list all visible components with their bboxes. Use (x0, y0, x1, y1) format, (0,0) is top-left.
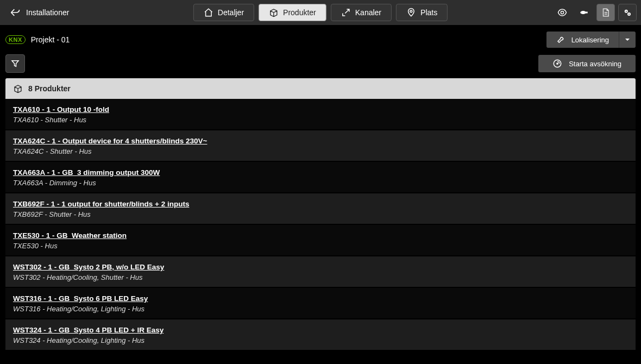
localization-label: Lokalisering (571, 36, 609, 44)
tab-place[interactable]: Plats (396, 4, 448, 21)
tab-label: Detaljer (218, 8, 244, 17)
document-icon (601, 8, 611, 17)
product-title[interactable]: TXA624C - 1 - Output device for 4 shutte… (13, 137, 207, 145)
product-subtitle: TXA624C - Shutter - Hus (13, 147, 628, 155)
tab-label: Plats (420, 8, 437, 17)
tab-products[interactable]: Produkter (259, 4, 326, 21)
product-row[interactable]: TXA610 - 1 - Output 10 -foldTXA610 - Shu… (5, 99, 636, 130)
eye-icon (557, 8, 567, 17)
localization-dropdown: Lokalisering (546, 32, 636, 48)
product-subtitle: TXA663A - Dimming - Hus (13, 179, 628, 187)
product-list: TXA610 - 1 - Output 10 -foldTXA610 - Shu… (5, 99, 636, 351)
localization-button[interactable]: Lokalisering (546, 32, 619, 48)
list-header: 8 Produkter (5, 78, 636, 99)
product-title[interactable]: TXA663A - 1 - GB_3 dimming output 300W (13, 168, 160, 177)
product-title[interactable]: WST316 - 1 - GB_Systo 6 PB LED Easy (13, 294, 148, 303)
svg-point-5 (626, 11, 627, 12)
product-title[interactable]: WST324 - 1 - GB_Systo 4 PB LED + IR Easy (13, 326, 164, 334)
connector-icon (579, 8, 589, 17)
topbar-actions (553, 4, 637, 21)
scan-icon (552, 59, 562, 68)
project-name: Projekt - 01 (31, 35, 70, 44)
product-row[interactable]: TXA624C - 1 - Output device for 4 shutte… (5, 130, 636, 162)
tab-details[interactable]: Detaljer (193, 4, 254, 21)
product-row[interactable]: WST302 - 1 - GB_Systo 2 PB, w/o LED Easy… (5, 256, 636, 288)
product-subtitle: TXE530 - Hus (13, 242, 628, 250)
back-label: Installationer (26, 8, 69, 17)
svg-rect-3 (585, 12, 588, 14)
product-subtitle: WST302 - Heating/Cooling, Shutter - Hus (13, 273, 628, 281)
chevron-down-icon (625, 37, 630, 42)
product-subtitle: WST324 - Heating/Cooling, Lighting - Hus (13, 336, 628, 344)
scan-label: Starta avsökning (569, 60, 621, 68)
tabs: Detaljer Produkter Kanaler Plats (193, 4, 448, 21)
list-header-text: 8 Produkter (28, 84, 71, 93)
topbar: Installationer Detaljer Produkter Kanale… (0, 0, 641, 25)
product-title[interactable]: TXA610 - 1 - Output 10 -fold (13, 105, 109, 114)
product-title[interactable]: WST302 - 1 - GB_Systo 2 PB, w/o LED Easy (13, 263, 164, 271)
tab-label: Kanaler (355, 8, 381, 17)
gears-icon (623, 8, 632, 17)
back-icon (10, 7, 21, 18)
filter-button[interactable] (5, 54, 25, 73)
product-subtitle: TXA610 - Shutter - Hus (13, 116, 628, 124)
location-icon (406, 8, 416, 17)
svg-point-2 (580, 11, 586, 14)
product-subtitle: WST316 - Heating/Cooling, Lighting - Hus (13, 305, 628, 313)
product-title[interactable]: TXE530 - 1 - GB_Weather station (13, 231, 127, 240)
filter-icon (10, 59, 20, 68)
svg-point-9 (557, 63, 558, 64)
home-icon (204, 8, 213, 17)
svg-point-7 (629, 14, 630, 15)
product-row[interactable]: TXE530 - 1 - GB_Weather stationTXE530 - … (5, 225, 636, 256)
box-icon (13, 84, 23, 93)
filter-bar: Starta avsökning (0, 50, 641, 78)
document-button[interactable] (596, 4, 615, 21)
svg-point-0 (410, 10, 412, 12)
product-subtitle: TXB692F - Shutter - Hus (13, 210, 628, 218)
channels-icon (341, 8, 351, 17)
svg-point-1 (561, 11, 563, 14)
project-bar: KNX Projekt - 01 Lokalisering (0, 25, 641, 50)
back-button[interactable]: Installationer (4, 4, 74, 21)
box-icon (269, 8, 279, 17)
knx-logo: KNX (5, 35, 26, 44)
content: 8 Produkter TXA610 - 1 - Output 10 -fold… (0, 78, 641, 356)
eye-button[interactable] (553, 4, 571, 21)
tab-channels[interactable]: Kanaler (331, 4, 392, 21)
localization-dropdown-toggle[interactable] (619, 34, 636, 46)
product-row[interactable]: TXA663A - 1 - GB_3 dimming output 300WTX… (5, 162, 636, 193)
settings-button[interactable] (618, 4, 637, 21)
start-scan-button[interactable]: Starta avsökning (538, 55, 636, 72)
product-row[interactable]: TXB692F - 1 - 1 output for shutter/blind… (5, 193, 636, 225)
wrench-icon (556, 35, 566, 45)
connector-button[interactable] (575, 4, 593, 21)
product-title[interactable]: TXB692F - 1 - 1 output for shutter/blind… (13, 200, 189, 208)
tab-label: Produkter (283, 8, 316, 17)
product-row[interactable]: WST324 - 1 - GB_Systo 4 PB LED + IR Easy… (5, 319, 636, 351)
product-row[interactable]: WST316 - 1 - GB_Systo 6 PB LED EasyWST31… (5, 288, 636, 319)
